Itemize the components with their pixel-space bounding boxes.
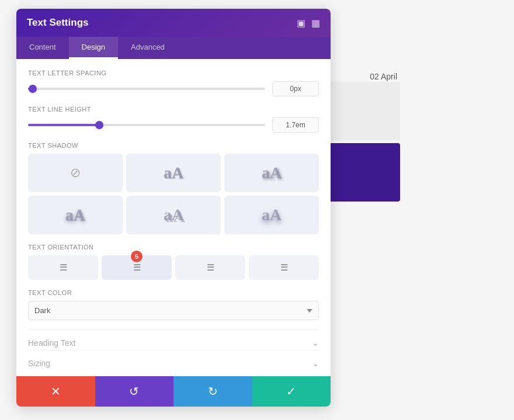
save-button[interactable]: ✓ <box>252 376 331 407</box>
shadow-option-4[interactable]: aA <box>126 196 221 234</box>
tab-advanced[interactable]: Advanced <box>118 37 178 59</box>
sizing-chevron-icon: ⌄ <box>312 359 319 368</box>
line-height-thumb[interactable] <box>95 121 103 129</box>
align-justify-icon: ☰ <box>280 262 288 273</box>
heading-text-label: Heading Text <box>28 338 75 348</box>
shadow-text-1: aA <box>164 164 183 182</box>
orientation-right[interactable]: ☰ <box>175 255 245 280</box>
shadow-text-4: aA <box>164 206 183 224</box>
shadow-option-3[interactable]: aA <box>28 196 123 234</box>
shadow-option-none[interactable]: ⊘ <box>28 154 123 192</box>
panel-footer: ✕ ↺ ↻ ✓ <box>16 376 331 407</box>
reset-button[interactable]: ↺ <box>95 376 174 407</box>
sizing-section[interactable]: Sizing ⌄ <box>28 350 319 370</box>
tab-design[interactable]: Design <box>69 37 118 59</box>
shadow-option-2[interactable]: aA <box>224 154 319 192</box>
layout-icon[interactable]: ▦ <box>311 18 320 29</box>
text-color-select[interactable]: Dark Light Custom <box>28 301 319 320</box>
no-shadow-icon: ⊘ <box>70 165 81 181</box>
align-right-icon: ☰ <box>207 262 214 273</box>
line-height-track[interactable] <box>28 124 265 126</box>
bg-purple-block <box>324 143 400 202</box>
line-height-value[interactable]: 1.7em <box>272 117 319 133</box>
text-color-section: Text Color Dark Light Custom <box>28 289 319 320</box>
tab-content[interactable]: Content <box>16 37 69 59</box>
panel-header-icons: ▣ ▦ <box>297 18 320 29</box>
orientation-row: ☰ 5 ☰ ☰ ☰ <box>28 255 319 280</box>
line-height-slider-row: 1.7em <box>28 117 319 133</box>
shadow-text-3: aA <box>65 206 85 224</box>
shadow-text-2: aA <box>262 164 282 182</box>
letter-spacing-value[interactable]: 0px <box>272 81 319 96</box>
letter-spacing-thumb[interactable] <box>29 85 37 93</box>
align-left-icon: ☰ <box>60 262 67 273</box>
text-color-label: Text Color <box>28 289 319 296</box>
letter-spacing-label: Text Letter Spacing <box>28 70 319 77</box>
panel-body: Text Letter Spacing 0px Text Line Height… <box>16 59 331 376</box>
panel-title: Text Settings <box>27 17 88 29</box>
shadow-option-1[interactable]: aA <box>126 154 221 192</box>
text-shadow-label: Text Shadow <box>28 142 319 149</box>
panel-tabs: Content Design Advanced <box>16 37 331 59</box>
line-height-label: Text Line Height <box>28 106 319 113</box>
bg-date: 02 April <box>370 72 397 81</box>
shadow-grid: ⊘ aA aA aA aA a <box>28 154 319 234</box>
heading-chevron-icon: ⌄ <box>312 338 319 348</box>
letter-spacing-track[interactable] <box>28 88 265 90</box>
orientation-badge: 5 <box>131 251 143 262</box>
redo-button[interactable]: ↻ <box>173 376 252 407</box>
letter-spacing-section: Text Letter Spacing 0px <box>28 70 319 96</box>
expand-icon[interactable]: ▣ <box>297 18 305 29</box>
text-settings-panel: Text Settings ▣ ▦ Content Design Advance… <box>16 9 331 407</box>
letter-spacing-slider-row: 0px <box>28 81 319 96</box>
cancel-button[interactable]: ✕ <box>16 376 95 407</box>
sizing-label: Sizing <box>28 359 50 368</box>
panel-header: Text Settings ▣ ▦ <box>16 9 331 37</box>
orientation-center[interactable]: 5 ☰ <box>102 255 172 280</box>
shadow-text-5: aA <box>262 206 282 224</box>
orientation-left[interactable]: ☰ <box>28 255 98 280</box>
text-shadow-section: Text Shadow ⊘ aA aA aA <box>28 142 319 234</box>
align-center-icon: ☰ <box>133 262 141 273</box>
text-orientation-section: Text Orientation ☰ 5 ☰ ☰ ☰ <box>28 244 319 280</box>
shadow-option-5[interactable]: aA <box>224 196 319 234</box>
line-height-section: Text Line Height 1.7em <box>28 106 319 133</box>
orientation-justify[interactable]: ☰ <box>249 255 319 280</box>
heading-text-section[interactable]: Heading Text ⌄ <box>28 329 319 350</box>
text-orientation-label: Text Orientation <box>28 244 319 251</box>
line-height-fill <box>28 124 99 126</box>
